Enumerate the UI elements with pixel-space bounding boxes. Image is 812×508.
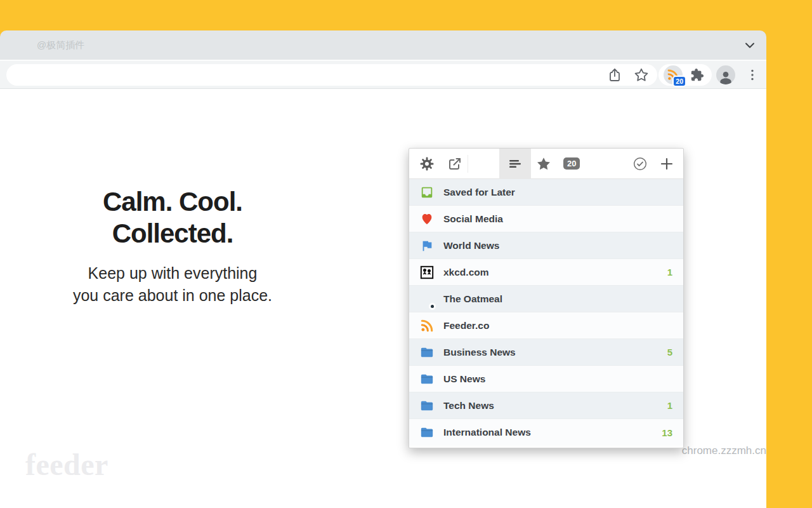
folder-icon (420, 345, 434, 359)
inbox-icon (420, 185, 434, 199)
rss-icon (420, 319, 434, 333)
browser-menu-dots-icon[interactable] (745, 67, 760, 83)
feed-title: World News (443, 240, 499, 251)
bookmark-star-icon[interactable] (634, 67, 649, 83)
folder-icon (420, 425, 434, 439)
feed-title: Business News (443, 347, 516, 358)
unread-count-badge[interactable]: 20 (563, 157, 580, 170)
flag-icon (420, 239, 434, 253)
feed-list-item[interactable]: The Oatmeal (409, 286, 683, 312)
popup-toolbar-right (632, 156, 683, 171)
heart-icon (420, 212, 434, 226)
feed-unread-count: 1 (667, 400, 672, 411)
feed-title: Feeder.co (443, 320, 489, 331)
browser-tab-bar: @极简插件 (0, 30, 766, 60)
feed-list-item[interactable]: xkcd.com 1 (409, 259, 683, 286)
feed-title: The Oatmeal (443, 293, 502, 305)
xkcd-favicon (420, 265, 434, 279)
feed-unread-count: 1 (667, 267, 672, 277)
feeder-logo: feeder (25, 447, 108, 482)
folder-icon (420, 399, 434, 413)
omnibox[interactable] (6, 64, 657, 86)
share-icon[interactable] (607, 67, 622, 83)
open-external-icon[interactable] (447, 156, 462, 171)
feed-list-view-button[interactable] (499, 149, 531, 179)
source-watermark: chrome.zzzmh.cn (682, 444, 766, 457)
toolbar-divider (468, 155, 468, 173)
mark-all-read-icon[interactable] (632, 156, 648, 171)
feed-list-item[interactable]: International News 13 (409, 419, 683, 446)
feed-list-item[interactable]: Saved for Later (409, 179, 683, 206)
hero-subtitle: Keep up with everything you care about i… (38, 262, 307, 307)
feed-title: Tech News (443, 400, 494, 411)
extensions-puzzle-icon[interactable] (690, 68, 704, 82)
feed-list-item[interactable]: Tech News 1 (409, 392, 683, 419)
feed-title: International News (443, 427, 531, 438)
chevron-down-icon[interactable] (742, 37, 757, 53)
profile-avatar[interactable] (716, 65, 735, 84)
browser-window: @极简插件 20 (0, 30, 766, 508)
extension-unread-badge: 20 (672, 76, 686, 88)
feeder-extension-button[interactable]: 20 (664, 65, 683, 84)
feed-list-item[interactable]: Social Media (409, 206, 683, 232)
starred-view-icon[interactable] (536, 156, 551, 171)
feed-title: US News (443, 373, 485, 385)
feed-list-item[interactable]: US News (409, 366, 683, 392)
feed-title: Social Media (443, 213, 503, 225)
popup-toolbar: 20 (409, 149, 683, 179)
page-content: Calm. Cool. Collected. Keep up with ever… (0, 89, 766, 508)
add-feed-plus-icon[interactable] (659, 156, 674, 171)
feed-unread-count: 13 (662, 427, 672, 438)
feed-title: xkcd.com (443, 267, 489, 278)
feed-title: Saved for Later (443, 187, 515, 198)
browser-toolbar: 20 (0, 60, 766, 89)
feeder-extension-popup: 20 Saved for Later Social Media (409, 148, 684, 448)
feed-list: Saved for Later Social Media World News … (409, 179, 683, 448)
pinned-extensions-area: 20 (658, 64, 712, 86)
feed-unread-count: 5 (667, 347, 672, 358)
feed-list-item[interactable]: Feeder.co (409, 312, 683, 339)
settings-gear-icon[interactable] (419, 156, 435, 171)
feed-list-item[interactable]: Business News 5 (409, 339, 683, 366)
folder-icon (420, 372, 434, 386)
feed-list-item[interactable]: World News (409, 232, 683, 259)
hero-text: Calm. Cool. Collected. Keep up with ever… (38, 186, 307, 307)
hero-title: Calm. Cool. Collected. (38, 186, 307, 250)
tab-bar-watermark-label: @极简插件 (37, 39, 84, 51)
